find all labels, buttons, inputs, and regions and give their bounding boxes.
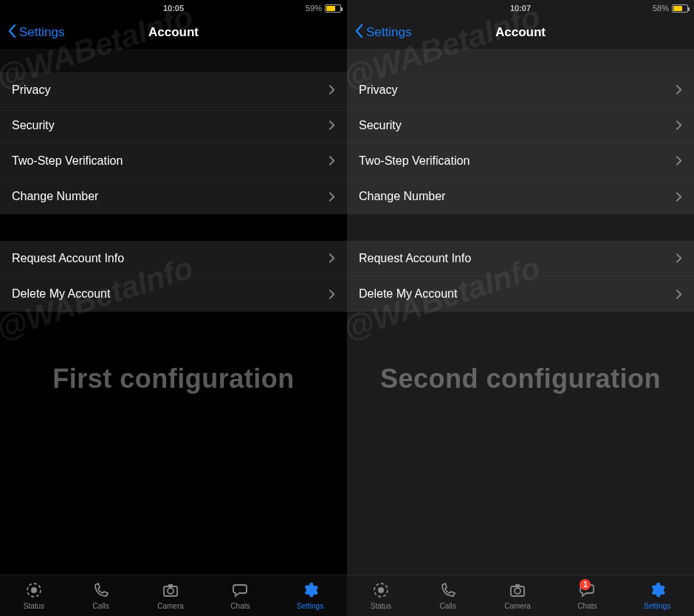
tab-label: Calls bbox=[93, 602, 109, 610]
svg-point-5 bbox=[378, 587, 384, 593]
row-change-number[interactable]: Change Number bbox=[0, 179, 347, 214]
tab-chats[interactable]: 1 Chats bbox=[577, 581, 597, 610]
chevron-right-icon bbox=[676, 84, 682, 95]
camera-icon bbox=[161, 581, 180, 600]
tab-camera[interactable]: Camera bbox=[157, 581, 184, 610]
row-two-step-verification[interactable]: Two-Step Verification bbox=[347, 143, 694, 179]
battery-icon bbox=[325, 4, 341, 13]
caption: Second configuration bbox=[347, 312, 694, 575]
status-bar: 10:07 58% bbox=[347, 0, 694, 16]
chevron-right-icon bbox=[676, 253, 682, 264]
row-label: Request Account Info bbox=[359, 252, 471, 265]
settings-group-1: Privacy Security Two-Step Verification C… bbox=[347, 72, 694, 214]
chevron-right-icon bbox=[329, 120, 335, 131]
tab-camera[interactable]: Camera bbox=[504, 581, 531, 610]
tab-label: Settings bbox=[297, 602, 323, 610]
tab-bar: Status Calls Camera Chats Settings bbox=[0, 575, 347, 616]
row-request-account-info[interactable]: Request Account Info bbox=[0, 241, 347, 276]
chevron-left-icon bbox=[7, 24, 18, 42]
row-label: Two-Step Verification bbox=[12, 154, 123, 168]
tab-status[interactable]: Status bbox=[371, 581, 391, 610]
row-label: Request Account Info bbox=[12, 252, 124, 265]
row-label: Two-Step Verification bbox=[359, 154, 470, 168]
back-button[interactable]: Settings bbox=[354, 24, 411, 42]
back-label: Settings bbox=[366, 25, 411, 40]
chevron-right-icon bbox=[329, 191, 335, 202]
settings-group-2: Request Account Info Delete My Account bbox=[347, 241, 694, 312]
tab-bar: Status Calls Camera 1 Chats Settings bbox=[347, 575, 694, 616]
row-request-account-info[interactable]: Request Account Info bbox=[347, 241, 694, 276]
chevron-right-icon bbox=[676, 289, 682, 300]
settings-group-1: Privacy Security Two-Step Verification C… bbox=[0, 72, 347, 214]
svg-point-3 bbox=[168, 588, 174, 594]
row-delete-my-account[interactable]: Delete My Account bbox=[0, 276, 347, 312]
tab-label: Camera bbox=[504, 602, 531, 610]
row-label: Change Number bbox=[359, 190, 445, 203]
row-label: Privacy bbox=[359, 83, 397, 97]
screen-second-config: @WABetaInfo @WABetaInfo 10:07 58% Settin… bbox=[347, 0, 694, 616]
tab-label: Camera bbox=[157, 602, 184, 610]
row-security[interactable]: Security bbox=[0, 108, 347, 143]
tab-calls[interactable]: Calls bbox=[439, 581, 458, 610]
row-security[interactable]: Security bbox=[347, 108, 694, 143]
row-delete-my-account[interactable]: Delete My Account bbox=[347, 276, 694, 312]
status-icon bbox=[371, 581, 391, 600]
tab-label: Settings bbox=[644, 602, 670, 610]
section-gap bbox=[0, 49, 347, 72]
row-change-number[interactable]: Change Number bbox=[347, 179, 694, 214]
chevron-right-icon bbox=[329, 155, 335, 166]
chevron-right-icon bbox=[676, 155, 682, 166]
row-label: Security bbox=[12, 119, 55, 132]
section-gap bbox=[0, 214, 347, 241]
row-privacy[interactable]: Privacy bbox=[347, 72, 694, 108]
status-icon bbox=[24, 581, 44, 600]
tab-label: Chats bbox=[577, 602, 597, 610]
nav-bar: Settings Account bbox=[0, 16, 347, 49]
tab-settings[interactable]: Settings bbox=[297, 581, 323, 610]
tab-chats[interactable]: Chats bbox=[230, 581, 250, 610]
caption-text: Second configuration bbox=[380, 363, 661, 394]
gear-icon bbox=[300, 581, 320, 600]
tab-settings[interactable]: Settings bbox=[644, 581, 670, 610]
caption-text: First configuration bbox=[52, 363, 295, 394]
battery-text: 58% bbox=[653, 4, 669, 13]
row-label: Security bbox=[359, 119, 402, 132]
gear-icon bbox=[647, 581, 667, 600]
row-label: Change Number bbox=[12, 190, 98, 203]
nav-bar: Settings Account bbox=[347, 16, 694, 49]
tab-status[interactable]: Status bbox=[24, 581, 44, 610]
phone-icon bbox=[439, 581, 458, 600]
chevron-right-icon bbox=[329, 84, 335, 95]
status-bar: 10:05 59% bbox=[0, 0, 347, 16]
row-label: Delete My Account bbox=[359, 287, 457, 301]
caption: First configuration bbox=[0, 312, 347, 575]
tab-calls[interactable]: Calls bbox=[92, 581, 111, 610]
phone-icon bbox=[92, 581, 111, 600]
status-time: 10:07 bbox=[412, 4, 629, 13]
tab-label: Status bbox=[24, 602, 44, 610]
tab-label: Chats bbox=[230, 602, 250, 610]
settings-group-2: Request Account Info Delete My Account bbox=[0, 241, 347, 312]
svg-point-7 bbox=[515, 588, 520, 594]
chevron-right-icon bbox=[329, 253, 335, 264]
battery-icon bbox=[672, 4, 688, 13]
camera-icon bbox=[508, 581, 527, 600]
screen-first-config: @WABetaInfo @WABetaInfo 10:05 59% Settin… bbox=[0, 0, 347, 616]
tab-label: Status bbox=[371, 602, 391, 610]
section-gap bbox=[347, 214, 694, 241]
row-privacy[interactable]: Privacy bbox=[0, 72, 347, 108]
chevron-left-icon bbox=[354, 24, 365, 42]
row-two-step-verification[interactable]: Two-Step Verification bbox=[0, 143, 347, 179]
battery-text: 59% bbox=[306, 4, 322, 13]
chevron-right-icon bbox=[676, 191, 682, 202]
svg-point-1 bbox=[31, 587, 37, 593]
chevron-right-icon bbox=[676, 120, 682, 131]
chats-icon bbox=[230, 581, 250, 600]
tab-label: Calls bbox=[440, 602, 456, 610]
chevron-right-icon bbox=[329, 289, 335, 300]
back-label: Settings bbox=[19, 25, 64, 40]
row-label: Delete My Account bbox=[12, 287, 110, 301]
status-time: 10:05 bbox=[65, 4, 282, 13]
back-button[interactable]: Settings bbox=[7, 24, 64, 42]
section-gap bbox=[347, 49, 694, 72]
